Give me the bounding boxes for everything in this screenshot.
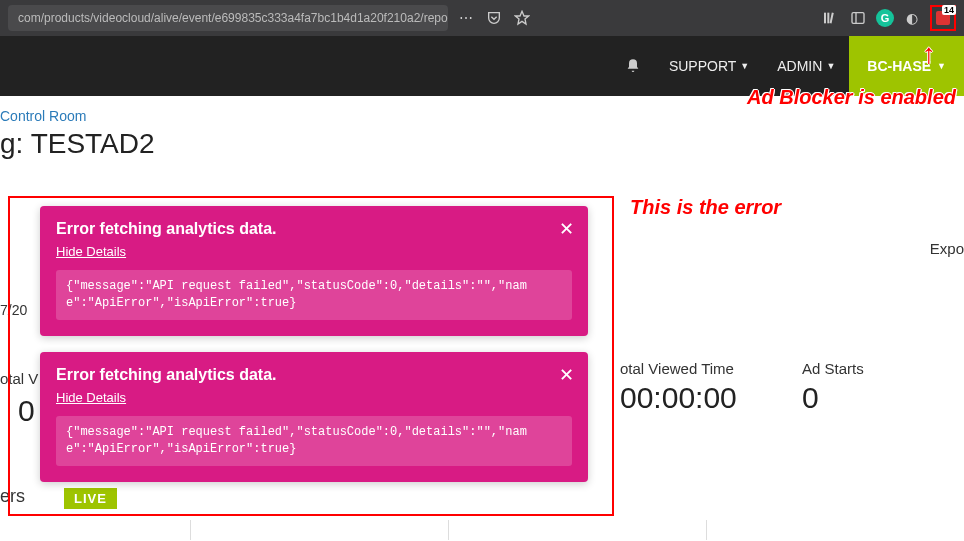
adblock-count-badge: 14 xyxy=(942,5,956,15)
error-toast: ✕ Error fetching analytics data. Hide De… xyxy=(40,206,588,336)
chevron-down-icon: ▼ xyxy=(826,61,835,71)
stat-label: otal Viewed Time xyxy=(620,360,762,377)
breadcrumb-link[interactable]: Control Room xyxy=(0,108,964,124)
annotation-arrow: ↑ xyxy=(922,38,936,70)
adblock-icon[interactable]: 14 xyxy=(930,5,956,31)
url-text: com/products/videocloud/alive/event/e699… xyxy=(18,11,448,25)
stat-value: 0 xyxy=(802,381,944,415)
more-icon[interactable]: ⋯ xyxy=(456,8,476,28)
admin-label: ADMIN xyxy=(777,58,822,74)
extension-icon[interactable]: ◐ xyxy=(902,8,922,28)
table-header-row xyxy=(0,520,964,540)
chevron-down-icon: ▼ xyxy=(937,61,946,71)
close-icon[interactable]: ✕ xyxy=(559,218,574,240)
chevron-down-icon: ▼ xyxy=(740,61,749,71)
toast-title: Error fetching analytics data. xyxy=(56,220,572,238)
close-icon[interactable]: ✕ xyxy=(559,364,574,386)
stat-ad-starts: Ad Starts 0 xyxy=(782,360,964,415)
toast-title: Error fetching analytics data. xyxy=(56,366,572,384)
error-toast: ✕ Error fetching analytics data. Hide De… xyxy=(40,352,588,482)
svg-rect-3 xyxy=(852,13,864,24)
url-input[interactable]: com/products/videocloud/alive/event/e699… xyxy=(8,5,448,31)
library-icon[interactable] xyxy=(820,8,840,28)
stat-viewed-time: otal Viewed Time 00:00:00 xyxy=(600,360,782,415)
grammarly-icon[interactable]: G xyxy=(876,9,894,27)
notifications-button[interactable] xyxy=(611,36,655,96)
svg-rect-0 xyxy=(824,13,826,24)
stat-value: 00:00:00 xyxy=(620,381,762,415)
hide-details-link[interactable]: Hide Details xyxy=(56,244,126,259)
support-label: SUPPORT xyxy=(669,58,736,74)
sidebar-icon[interactable] xyxy=(848,8,868,28)
star-icon[interactable] xyxy=(512,8,532,28)
bell-icon xyxy=(625,58,641,74)
svg-rect-1 xyxy=(827,13,829,24)
page-title: g: TESTAD2 xyxy=(0,128,964,160)
toast-details: {"message":"API request failed","statusC… xyxy=(56,416,572,466)
export-button[interactable]: Expo xyxy=(930,240,964,257)
hide-details-link[interactable]: Hide Details xyxy=(56,390,126,405)
browser-address-bar: com/products/videocloud/alive/event/e699… xyxy=(0,0,964,36)
annotation-error: This is the error xyxy=(630,196,781,219)
toast-details: {"message":"API request failed","statusC… xyxy=(56,270,572,320)
svg-rect-2 xyxy=(830,13,834,24)
stat-label: Ad Starts xyxy=(802,360,944,377)
pocket-icon[interactable] xyxy=(484,8,504,28)
page-content: Control Room g: TESTAD2 xyxy=(0,96,964,160)
